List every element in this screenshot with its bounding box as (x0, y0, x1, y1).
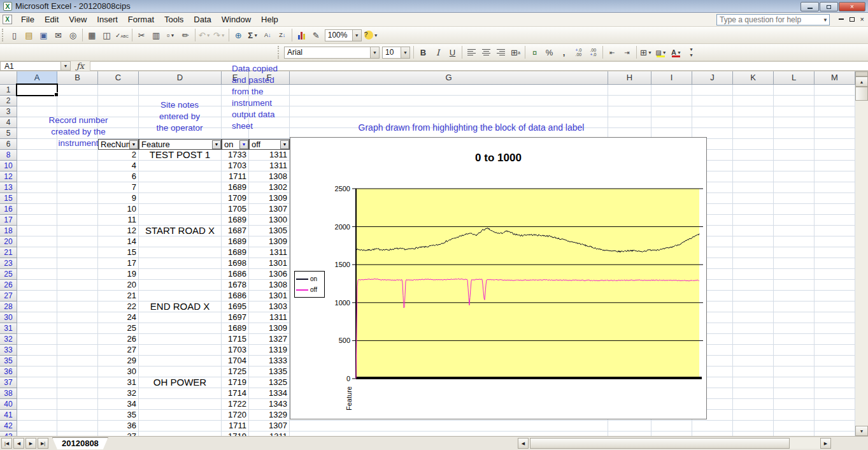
cell-E16[interactable]: 1705 (222, 204, 249, 215)
column-header-J[interactable]: J (692, 71, 733, 85)
cell-C2[interactable] (98, 96, 139, 106)
cell-M35[interactable] (815, 356, 855, 367)
cell-K2[interactable] (733, 96, 774, 106)
cell-L28[interactable] (774, 301, 815, 312)
column-header-C[interactable]: C (98, 71, 139, 85)
name-box[interactable]: A1 (0, 61, 61, 71)
cell-L33[interactable] (774, 345, 815, 356)
row-header-16[interactable]: 16 (0, 204, 17, 215)
cell-M42[interactable] (815, 421, 855, 432)
menu-edit[interactable]: Edit (39, 13, 64, 25)
undo-icon[interactable]: ↶▼ (198, 29, 211, 42)
bold-icon[interactable]: B (416, 46, 430, 59)
cell-F41[interactable]: 1329 (249, 410, 290, 421)
autosum-icon[interactable]: Σ▼ (246, 29, 260, 42)
cell-F36[interactable]: 1335 (249, 367, 290, 377)
copy-icon[interactable]: ▥ (150, 29, 163, 42)
cell-M2[interactable] (815, 96, 855, 106)
column-header-M[interactable]: M (815, 71, 855, 85)
menu-view[interactable]: View (64, 13, 92, 25)
cell-L38[interactable] (774, 388, 815, 399)
cell-F20[interactable]: 1309 (249, 236, 290, 247)
cell-L20[interactable] (774, 236, 815, 247)
cell-M10[interactable] (815, 161, 855, 171)
font-size-combo[interactable]: 10▼ (382, 47, 410, 59)
cell-M30[interactable] (815, 312, 855, 323)
cell-L8[interactable] (774, 150, 815, 161)
cell-B18[interactable] (57, 226, 98, 236)
row-header-37[interactable]: 37 (0, 377, 17, 388)
cell-A18[interactable] (17, 226, 57, 236)
cell-A33[interactable] (17, 345, 57, 356)
comma-icon[interactable]: , (557, 46, 571, 59)
cell-L21[interactable] (774, 247, 815, 258)
cell-M26[interactable] (815, 280, 855, 291)
cell-E6[interactable]: on▼ (222, 139, 249, 150)
tab-first-icon[interactable]: |◀ (1, 438, 12, 449)
cell-A20[interactable] (17, 236, 57, 247)
print-preview-icon[interactable]: ◫ (100, 29, 113, 42)
spelling-icon[interactable]: ✓ABC (115, 29, 129, 42)
cell-D12[interactable] (139, 171, 222, 182)
cell-A10[interactable] (17, 161, 57, 171)
cell-F6[interactable]: off▼ (249, 139, 290, 150)
name-box-dropdown-icon[interactable]: ▼ (61, 61, 71, 71)
scroll-down-icon[interactable]: ▼ (855, 426, 868, 436)
cell-B20[interactable] (57, 236, 98, 247)
cell-B41[interactable] (57, 410, 98, 421)
cell-A2[interactable] (17, 96, 57, 106)
cell-B2[interactable] (57, 96, 98, 106)
cell-L35[interactable] (774, 356, 815, 367)
cell-K12[interactable] (733, 171, 774, 182)
cell-K10[interactable] (733, 161, 774, 171)
cell-D25[interactable] (139, 269, 222, 280)
cell-D6[interactable]: Feature▼ (139, 139, 222, 150)
menu-tools[interactable]: Tools (159, 13, 189, 25)
cell-E32[interactable]: 1715 (222, 334, 249, 345)
cell-L2[interactable] (774, 96, 815, 106)
cell-B31[interactable] (57, 323, 98, 334)
cell-F21[interactable]: 1311 (249, 247, 290, 258)
row-header-28[interactable]: 28 (0, 301, 17, 312)
cell-L40[interactable] (774, 399, 815, 410)
cell-K36[interactable] (733, 367, 774, 377)
cell-K31[interactable] (733, 323, 774, 334)
cell-K17[interactable] (733, 215, 774, 226)
cell-D10[interactable] (139, 161, 222, 171)
cell-C38[interactable]: 32 (98, 388, 139, 399)
cell-C25[interactable]: 19 (98, 269, 139, 280)
menu-data[interactable]: Data (189, 13, 216, 25)
cell-F43[interactable]: 1311 (249, 432, 290, 436)
cell-E37[interactable]: 1719 (222, 377, 249, 388)
cell-L6[interactable] (774, 139, 815, 150)
cell-F16[interactable]: 1307 (249, 204, 290, 215)
cell-K16[interactable] (733, 204, 774, 215)
menu-format[interactable]: Format (123, 13, 159, 25)
cell-M41[interactable] (815, 410, 855, 421)
cell-L41[interactable] (774, 410, 815, 421)
cell-K1[interactable] (733, 85, 774, 96)
cell-K40[interactable] (733, 399, 774, 410)
select-all-corner[interactable] (0, 71, 17, 85)
cell-E17[interactable]: 1689 (222, 215, 249, 226)
cell-M36[interactable] (815, 367, 855, 377)
row-header-21[interactable]: 21 (0, 247, 17, 258)
cell-D42[interactable] (139, 421, 222, 432)
increase-decimal-icon[interactable]: +.0.00 (572, 46, 585, 59)
cell-C13[interactable]: 7 (98, 182, 139, 193)
column-header-A[interactable]: A (17, 71, 57, 85)
cell-J2[interactable] (692, 96, 733, 106)
toolbar-options-icon[interactable]: ▾▾ (685, 46, 698, 59)
help-search-input[interactable] (716, 14, 830, 25)
cell-B30[interactable] (57, 312, 98, 323)
cell-F28[interactable]: 1303 (249, 301, 290, 312)
cell-G2[interactable] (290, 96, 608, 106)
sort-ascending-icon[interactable]: A↓ (261, 29, 274, 42)
cell-K25[interactable] (733, 269, 774, 280)
cell-E21[interactable]: 1689 (222, 247, 249, 258)
cell-A41[interactable] (17, 410, 57, 421)
cell-C16[interactable]: 10 (98, 204, 139, 215)
column-header-D[interactable]: D (139, 71, 222, 85)
cell-D21[interactable] (139, 247, 222, 258)
cell-F18[interactable]: 1305 (249, 226, 290, 236)
